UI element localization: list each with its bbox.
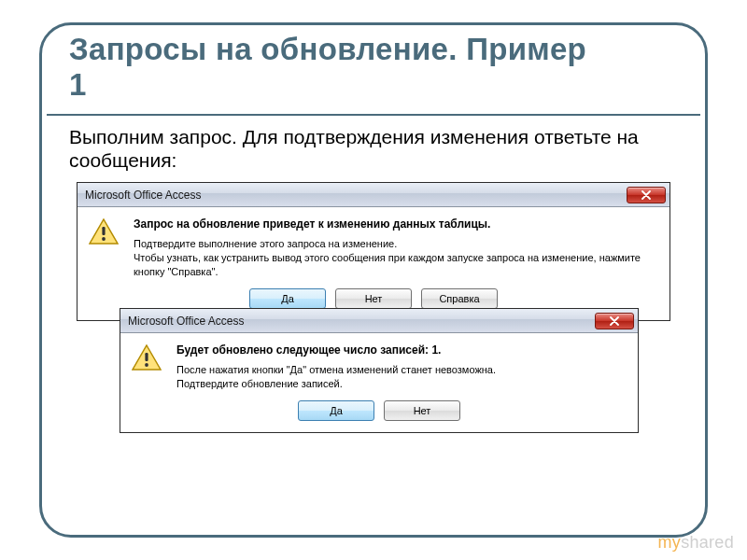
dialog-2-message: Будет обновлено следующее число записей:…	[176, 343, 627, 391]
dialog-2-body: Будет обновлено следующее число записей:…	[120, 333, 638, 395]
dialog-2-line-2: Подтвердите обновление записей.	[176, 377, 627, 391]
svg-rect-4	[145, 353, 148, 361]
dialog-1-titlebar: Microsoft Office Access	[78, 183, 669, 207]
watermark-rest: shared	[681, 533, 734, 552]
dialog-1-line-1: Подтвердите выполнение этого запроса на …	[134, 237, 658, 251]
dialog-1-message: Запрос на обновление приведет к изменени…	[134, 217, 658, 279]
yes-button[interactable]: Да	[249, 288, 326, 309]
slide-body-text: Выполним запрос. Для подтверждения измен…	[69, 125, 648, 172]
dialog-2-heading: Будет обновлено следующее число записей:…	[176, 343, 627, 357]
help-button[interactable]: Справка	[421, 288, 498, 309]
dialog-2-title: Microsoft Office Access	[128, 315, 595, 328]
no-button[interactable]: Нет	[335, 288, 412, 309]
dialog-1-heading: Запрос на обновление приведет к изменени…	[134, 217, 658, 231]
dialog-2-line-1: После нажатия кнопки "Да" отмена изменен…	[176, 363, 627, 377]
watermark: myshared	[658, 533, 734, 553]
dialog-2-buttons: Да Нет	[120, 395, 638, 432]
close-icon	[610, 316, 619, 326]
slide: Запросы на обновление. Пример 1 Выполним…	[0, 0, 747, 560]
title-wrap: Запросы на обновление. Пример 1	[69, 32, 592, 103]
svg-point-2	[102, 237, 106, 241]
svg-rect-1	[102, 227, 105, 235]
slide-title: Запросы на обновление. Пример 1	[69, 32, 592, 103]
close-icon	[641, 190, 651, 200]
svg-point-5	[145, 363, 148, 367]
dialog-1: Microsoft Office Access Запрос на обновл…	[77, 182, 670, 321]
dialog-1-line-2: Чтобы узнать, как устранить вывод этого …	[134, 251, 658, 279]
dialog-2-icon-cell	[132, 343, 165, 391]
dialog-2-titlebar: Microsoft Office Access	[120, 309, 638, 333]
no-button[interactable]: Нет	[384, 400, 460, 421]
warning-icon	[132, 344, 162, 371]
close-button[interactable]	[627, 187, 666, 203]
dialog-1-body: Запрос на обновление приведет к изменени…	[78, 207, 669, 283]
warning-icon	[89, 218, 119, 245]
watermark-prefix: my	[658, 533, 682, 552]
horizontal-rule	[47, 114, 700, 116]
dialog-1-title: Microsoft Office Access	[85, 189, 627, 202]
dialog-2: Microsoft Office Access Будет обновлено …	[120, 308, 639, 433]
close-button[interactable]	[595, 313, 634, 329]
dialog-1-icon-cell	[89, 217, 122, 279]
yes-button[interactable]: Да	[298, 400, 374, 421]
